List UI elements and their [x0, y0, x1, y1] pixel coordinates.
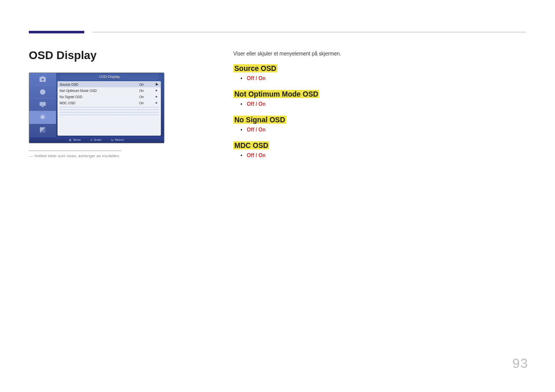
- left-column: OSD Display OSD Display Source OSD On: [29, 49, 173, 159]
- chevron-right-icon: ▶: [155, 82, 159, 86]
- dash-icon: ―: [29, 154, 32, 158]
- osd-row-mdc: MDC OSD On ▸: [58, 100, 161, 106]
- camera-icon: [29, 73, 56, 86]
- heading-mdc-osd: MDC OSD: [233, 141, 269, 150]
- intro-text: Viser eller skjuler et menyelement på sk…: [233, 51, 526, 57]
- osd-panel: Source OSD On ▶ Not Optimum Mode OSD On …: [58, 81, 161, 136]
- option-mdc-osd: • Off / On: [240, 153, 526, 158]
- option-not-optimum-osd: • Off / On: [240, 101, 526, 107]
- header-accent: [29, 31, 84, 33]
- heading-not-optimum-osd: Not Optimum Mode OSD: [233, 90, 319, 98]
- osd-row-source: Source OSD On ▶: [58, 81, 161, 87]
- enter-hint: ⏎Enter: [90, 138, 101, 142]
- osd-row-label: Source OSD: [60, 83, 139, 86]
- chevron-right-icon: ▸: [155, 95, 159, 99]
- gear-icon: [29, 111, 56, 124]
- halftone-icon: [29, 124, 56, 137]
- heading-source-osd: Source OSD: [233, 64, 278, 72]
- return-hint: ↻Return: [111, 138, 124, 142]
- osd-row-value: On: [139, 83, 155, 86]
- enter-icon: ⏎: [90, 138, 92, 142]
- osd-row-value: On: [139, 95, 155, 99]
- annotation-rule: [29, 151, 121, 151]
- header-rule: [92, 32, 526, 32]
- osd-row-not-optimum: Not Optimum Mode OSD On ▸: [58, 87, 161, 94]
- osd-row-no-signal: No Signal OSD On ▸: [58, 94, 161, 100]
- chevron-right-icon: ▸: [155, 101, 159, 105]
- sphere-icon: [29, 86, 56, 99]
- option-no-signal-osd: • Off / On: [240, 127, 526, 133]
- osd-panel-title: OSD Display: [60, 74, 159, 80]
- page-number: 93: [512, 356, 528, 371]
- chevron-right-icon: ▸: [155, 88, 159, 92]
- return-icon: ↻: [111, 138, 114, 142]
- move-hint: ✥Move: [69, 138, 81, 142]
- svg-rect-3: [42, 106, 44, 107]
- osd-separator: [58, 106, 161, 115]
- heading-no-signal-osd: No Signal OSD: [233, 116, 286, 124]
- section-title: OSD Display: [29, 49, 173, 62]
- osd-screenshot: OSD Display Source OSD On ▶ Not Optimum …: [29, 72, 164, 143]
- svg-point-0: [42, 78, 44, 81]
- right-column: Viser eller skjuler et menyelement på sk…: [233, 51, 526, 166]
- osd-row-label: MDC OSD: [60, 101, 139, 105]
- annotation-text: ―Hvilket bilde som vises, avhenger av mo…: [29, 153, 173, 159]
- dpad-icon: ✥: [69, 138, 71, 142]
- osd-bottom-bar: ✥Move ⏎Enter ↻Return: [29, 137, 164, 143]
- svg-point-1: [40, 89, 46, 95]
- osd-row-label: Not Optimum Mode OSD: [60, 89, 139, 92]
- osd-sidebar: [29, 73, 56, 137]
- monitor-icon: [29, 99, 56, 111]
- option-source-osd: • Off / On: [240, 76, 526, 81]
- osd-row-label: No Signal OSD: [60, 95, 139, 99]
- osd-row-value: On: [139, 89, 155, 92]
- osd-row-value: On: [139, 101, 155, 105]
- svg-rect-2: [40, 102, 46, 106]
